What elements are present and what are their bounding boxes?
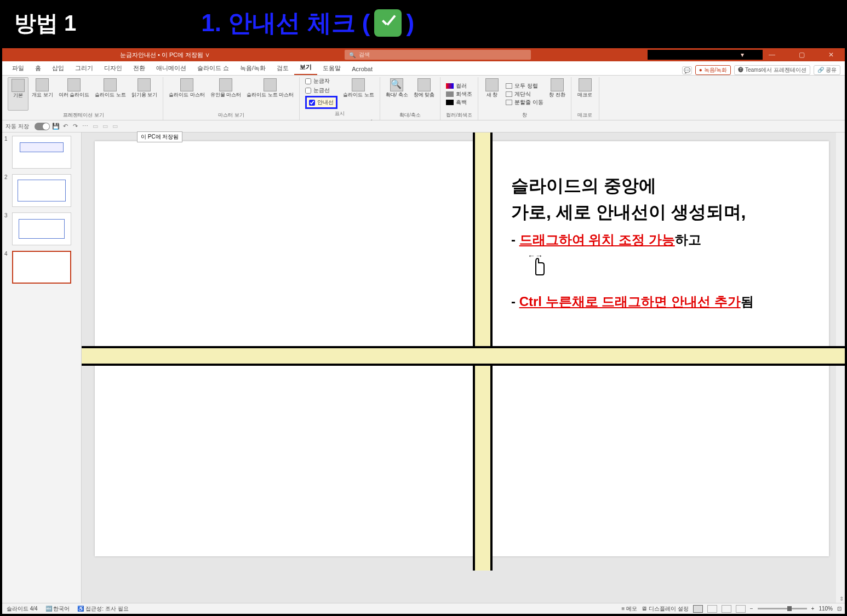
- view-reading-button[interactable]: 읽기용 보기: [129, 77, 160, 111]
- group-zoom-label: 확대/축소: [384, 111, 437, 120]
- quick-access-toolbar: 자동 저장 💾 ↶ ↷ ⋯ ▭ ▭ ▭ 이 PC에 저장됨: [2, 120, 845, 133]
- comments-button[interactable]: 💬: [682, 66, 692, 74]
- slideshow-view-button[interactable]: [736, 605, 746, 613]
- teams-present-button[interactable]: 🅣 Teams에서 프레젠테이션: [734, 65, 810, 75]
- arrange-all-label: 모두 정렬: [514, 82, 538, 90]
- zoom-slider[interactable]: [758, 608, 807, 609]
- normal-view-button[interactable]: [693, 605, 703, 613]
- color-button[interactable]: 컬러: [446, 82, 472, 90]
- tab-review[interactable]: 검토: [271, 62, 294, 75]
- slide-line-3: - 드래그하여 위치 조정 가능하고: [511, 231, 754, 249]
- line3-red: 드래그하여 위치 조정 가능: [519, 232, 675, 247]
- new-window-button[interactable]: 새 창: [482, 77, 502, 111]
- autosave-label: 자동 저장: [5, 123, 29, 130]
- new-window-label: 새 창: [487, 93, 498, 98]
- canvas-extra-icons[interactable]: ⇕: [839, 596, 844, 602]
- thumbnail-panel[interactable]: 1 2 3 4: [2, 133, 82, 603]
- minimize-button[interactable]: —: [762, 51, 782, 59]
- guides-checkbox[interactable]: 안내선: [305, 96, 337, 109]
- document-title[interactable]: 눈금자안내선 • 이 PC에 저장됨 ∨: [120, 51, 210, 59]
- svg-text:←→: ←→: [528, 252, 543, 260]
- qat-more-icon[interactable]: ⋯: [82, 123, 89, 130]
- qat-tool-1[interactable]: ▭: [91, 123, 99, 130]
- slide-counter[interactable]: 슬라이드 4/4: [7, 605, 38, 613]
- ribbon: 기본 개요 보기 여러 슬라이드 슬라이드 노트 읽기용 보기 프레젠테이션 보…: [2, 76, 845, 120]
- slide-notes-pane-label: 슬라이드 노트: [343, 93, 374, 98]
- thumbnail-4[interactable]: 4: [4, 251, 79, 284]
- display-settings[interactable]: 🖥 디스플레이 설정: [642, 605, 689, 613]
- handout-master-label: 유인물 마스터: [210, 93, 242, 98]
- handout-master-button[interactable]: 유인물 마스터: [208, 77, 244, 111]
- tab-file[interactable]: 파일: [7, 62, 30, 75]
- zoom-button[interactable]: 🔍확대/ 축소: [384, 77, 410, 111]
- tab-transitions[interactable]: 전환: [128, 62, 151, 75]
- maximize-button[interactable]: ▢: [791, 51, 812, 59]
- slide-line-4: - Ctrl 누른채로 드래그하면 안내선 추가됨: [511, 293, 754, 310]
- vertical-scrollbar[interactable]: [836, 133, 845, 603]
- group-macro-label: 매크로: [575, 111, 596, 120]
- annotation-title: 1. 안내선 체크 ( ): [201, 7, 414, 39]
- tab-view[interactable]: 보기: [294, 61, 317, 75]
- slide-line-1: 슬라이드의 중앙에: [511, 174, 754, 198]
- line4-suffix: 됨: [741, 294, 754, 309]
- zoom-percentage[interactable]: 110%: [819, 606, 833, 612]
- gridlines-checkbox[interactable]: 눈금선: [305, 87, 337, 94]
- zoom-in-button[interactable]: +: [811, 606, 815, 612]
- thumbnail-2[interactable]: 2: [4, 174, 79, 207]
- grayscale-button[interactable]: 회색조: [446, 90, 472, 98]
- cascade-button[interactable]: 계단식: [506, 90, 543, 98]
- move-split-button[interactable]: 분할줄 이동: [506, 99, 543, 106]
- view-notes-button[interactable]: 슬라이드 노트: [93, 77, 128, 111]
- accessibility-status[interactable]: ♿ 접근성: 조사 필요: [77, 605, 128, 613]
- ribbon-mode-button[interactable]: ▾: [732, 51, 753, 59]
- zoom-out-button[interactable]: −: [750, 606, 753, 612]
- search-placeholder: 검색: [359, 51, 370, 59]
- slide-master-button[interactable]: 슬라이드 마스터: [167, 77, 207, 111]
- macros-button[interactable]: 매크로: [575, 77, 596, 111]
- sorter-view-button[interactable]: [707, 605, 717, 613]
- qat-tool-2[interactable]: ▭: [101, 123, 109, 130]
- view-outline-label: 개요 보기: [32, 93, 53, 98]
- slide-canvas-area[interactable]: 슬라이드의 중앙에 가로, 세로 안내선이 생성되며, - 드래그하여 위치 조…: [82, 133, 845, 603]
- close-button[interactable]: ✕: [821, 51, 842, 59]
- thumbnail-1[interactable]: 1: [4, 136, 79, 169]
- ruler-checkbox[interactable]: 눈금자: [305, 77, 337, 85]
- notes-master-button[interactable]: 슬라이드 노트 마스터: [244, 77, 296, 111]
- view-normal-button[interactable]: 기본: [8, 77, 28, 111]
- record-button[interactable]: ● 녹음/녹화: [695, 65, 731, 75]
- thumbnail-3[interactable]: 3: [4, 212, 79, 245]
- thumbnail-number: 2: [4, 174, 10, 207]
- notes-toggle[interactable]: ≡ 메모: [622, 605, 638, 613]
- view-outline-button[interactable]: 개요 보기: [30, 77, 55, 111]
- search-input[interactable]: 🔍 검색: [345, 50, 531, 60]
- view-sorter-button[interactable]: 여러 슬라이드: [56, 77, 92, 111]
- tab-acrobat[interactable]: Acrobat: [346, 64, 378, 75]
- slide-notes-pane-button[interactable]: 슬라이드 노트: [341, 77, 376, 109]
- tab-help[interactable]: 도움말: [317, 62, 346, 75]
- redo-icon[interactable]: ↷: [72, 123, 79, 130]
- tab-record[interactable]: 녹음/녹화: [234, 62, 271, 75]
- tab-animations[interactable]: 애니메이션: [151, 62, 192, 75]
- tab-design[interactable]: 디자인: [99, 62, 128, 75]
- save-icon[interactable]: 💾: [52, 123, 60, 130]
- line4-prefix: -: [511, 294, 519, 309]
- color-label: 컬러: [456, 82, 467, 90]
- fit-screen-button[interactable]: ⊡: [837, 606, 842, 612]
- tab-draw[interactable]: 그리기: [70, 62, 99, 75]
- zoom-label: 확대/ 축소: [386, 93, 408, 98]
- undo-icon[interactable]: ↶: [62, 123, 70, 130]
- switch-windows-button[interactable]: 창 전환: [547, 77, 568, 111]
- reading-view-button[interactable]: [722, 605, 731, 613]
- tab-home[interactable]: 홈: [30, 62, 47, 75]
- blackwhite-button[interactable]: 흑백: [446, 99, 472, 106]
- autosave-toggle[interactable]: [35, 123, 50, 130]
- tab-insert[interactable]: 삽입: [47, 62, 70, 75]
- thumbnail-number: 1: [4, 136, 10, 169]
- fit-window-button[interactable]: 창에 맞춤: [411, 77, 437, 111]
- share-button[interactable]: 🔗 공유: [814, 65, 840, 75]
- qat-tool-3[interactable]: ▭: [111, 123, 119, 130]
- tab-slideshow[interactable]: 슬라이드 쇼: [192, 62, 234, 75]
- language-indicator[interactable]: 🔤 한국어: [45, 605, 70, 613]
- titlebar: 눈금자안내선 • 이 PC에 저장됨 ∨ 🔍 검색 ▾ — ▢ ✕: [2, 48, 845, 61]
- arrange-all-button[interactable]: 모두 정렬: [506, 82, 543, 90]
